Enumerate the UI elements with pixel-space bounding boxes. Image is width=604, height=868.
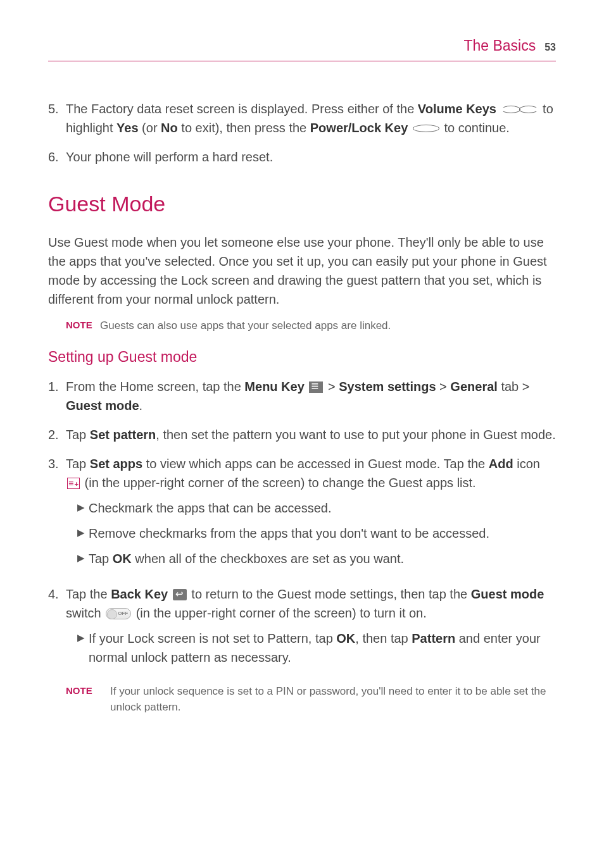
- list-number: 6.: [48, 147, 66, 166]
- list-body: Tap Set apps to view which apps can be a…: [66, 454, 556, 574]
- bullet-icon: ▶: [77, 629, 89, 667]
- menu-key-icon: [309, 381, 323, 393]
- heading-setting-up: Setting up Guest mode: [48, 346, 556, 368]
- page-header: The Basics 53: [48, 35, 556, 61]
- sub-item: ▶ Checkmark the apps that can be accesse…: [77, 499, 556, 518]
- step-1: 1. From the Home screen, tap the Menu Ke…: [48, 377, 556, 415]
- note-1: NOTE Guests can also use apps that your …: [66, 318, 556, 334]
- list-body: Your phone will perform a hard reset.: [66, 147, 556, 166]
- list-number: 2.: [48, 425, 66, 444]
- sub-item: ▶ Tap OK when all of the checkboxes are …: [77, 549, 556, 568]
- note-text: If your unlock sequence is set to a PIN …: [110, 683, 556, 716]
- bullet-icon: ▶: [77, 549, 89, 568]
- list-item-6: 6. Your phone will perform a hard reset.: [48, 147, 556, 166]
- list-item-5: 5. The Factory data reset screen is disp…: [48, 99, 556, 137]
- note-2: NOTE If your unlock sequence is set to a…: [66, 683, 556, 716]
- list-number: 1.: [48, 377, 66, 415]
- list-number: 4.: [48, 585, 66, 673]
- back-key-icon: [173, 589, 187, 600]
- note-label: NOTE: [66, 318, 100, 334]
- list-body: Tap the Back Key to return to the Guest …: [66, 585, 556, 673]
- list-number: 3.: [48, 454, 66, 574]
- sub-item: ▶ Remove checkmarks from the apps that y…: [77, 524, 556, 543]
- page-number: 53: [544, 40, 556, 55]
- add-icon: [67, 478, 80, 489]
- switch-off-icon: [106, 608, 131, 619]
- step-3: 3. Tap Set apps to view which apps can b…: [48, 454, 556, 574]
- intro-paragraph: Use Guest mode when you let someone else…: [48, 233, 556, 309]
- list-body: From the Home screen, tap the Menu Key >…: [66, 377, 556, 415]
- step-2: 2. Tap Set pattern, then set the pattern…: [48, 425, 556, 444]
- list-body: The Factory data reset screen is display…: [66, 99, 556, 137]
- bullet-icon: ▶: [77, 524, 89, 543]
- power-key-icon: [413, 125, 439, 132]
- note-label: NOTE: [66, 683, 110, 716]
- note-text: Guests can also use apps that your selec…: [100, 318, 556, 334]
- sub-item: ▶ If your Lock screen is not set to Patt…: [77, 629, 556, 667]
- bullet-icon: ▶: [77, 499, 89, 518]
- list-number: 5.: [48, 99, 66, 137]
- list-body: Tap Set pattern, then set the pattern yo…: [66, 425, 556, 444]
- step-4: 4. Tap the Back Key to return to the Gue…: [48, 585, 556, 673]
- header-title: The Basics: [463, 35, 536, 57]
- volume-keys-icon: [501, 106, 538, 113]
- heading-guest-mode: Guest Mode: [48, 188, 556, 220]
